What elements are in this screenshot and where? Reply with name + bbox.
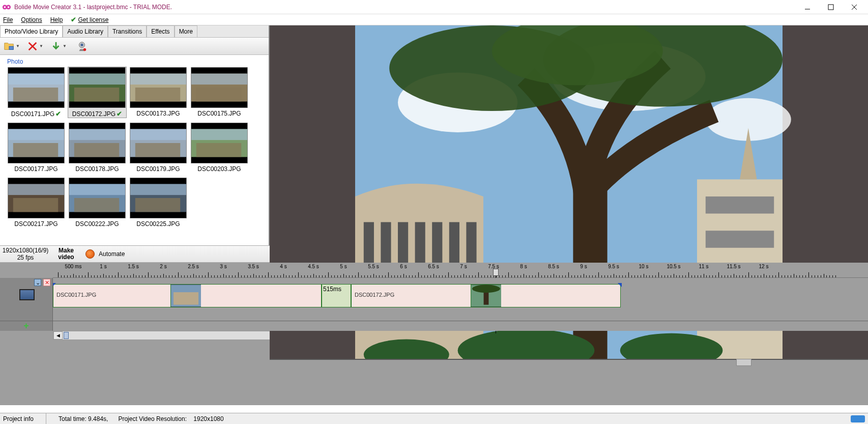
add-files-button[interactable]: ▼ [3,39,20,53]
svg-rect-45 [130,157,186,163]
chevron-down-icon: ▼ [39,44,43,48]
scroll-left-button[interactable]: ◀ [53,331,63,340]
library-thumbnail[interactable]: DSC00179.JPG [129,123,187,173]
thumbnail-label: DSC00203.JPG [197,165,241,173]
track-collapse-icon[interactable]: ⌄ [34,279,41,286]
timeline: 500 ms1 s1.5 s2 s2.5 s3 s3.5 s4 s4.5 s5 … [0,263,868,405]
seek-knob[interactable] [736,359,751,366]
svg-rect-55 [8,212,64,218]
library-thumbnail[interactable]: DSC00178.JPG [68,123,126,173]
maximize-button[interactable] [819,0,843,14]
svg-rect-33 [191,74,247,85]
menu-file[interactable]: File [3,16,13,23]
svg-rect-32 [196,88,241,102]
svg-point-2 [4,6,6,8]
thumbnail-image [8,123,65,163]
thumbnail-label: DSC00173.JPG [136,110,180,117]
remove-button[interactable]: ▼ [26,39,44,53]
video-track-header[interactable]: ⌄✕ [0,278,53,321]
thumbnail-image [8,67,65,108]
automate-button[interactable]: Automate [99,250,155,258]
svg-rect-58 [8,184,64,195]
svg-rect-28 [130,74,186,85]
library-thumbnail[interactable]: DSC00173.JPG [129,67,187,118]
svg-rect-57 [13,198,58,212]
ruler-tick-label: 11 s [699,264,709,269]
svg-rect-65 [130,212,186,218]
playhead-handle[interactable] [493,269,499,276]
svg-rect-5 [828,5,833,10]
library-thumbnail[interactable]: DSC00175.JPG [190,67,248,118]
svg-rect-15 [8,102,64,108]
ruler-tick-label: 12 s [759,264,769,269]
clip-start-handle[interactable] [53,283,56,287]
tab-photo-video-library[interactable]: Photo/Video Library [0,25,63,37]
preview-seek-bar[interactable] [270,359,868,360]
library-thumbnail[interactable]: DSC00222.JPG [68,178,126,228]
svg-rect-40 [69,157,125,163]
status-resolution: Project Video Resolution: 1920x1080 [118,415,223,422]
menu-options[interactable]: Options [21,16,42,23]
thumbnail-image [191,67,248,108]
svg-rect-86 [706,196,774,214]
ruler-tick-label: 9 s [580,264,587,269]
scroll-thumb[interactable] [64,332,69,339]
svg-point-3 [8,6,10,8]
svg-rect-29 [191,68,247,74]
svg-rect-8 [9,46,13,49]
timeline-clip-1[interactable]: DSC00171.JPG [53,284,322,307]
library-thumbnail[interactable]: DSC00217.JPG [7,178,65,228]
ruler-tick-label: 1 s [100,264,106,269]
tab-transitions[interactable]: Transitions [108,25,147,37]
video-track-body[interactable]: DSC00171.JPG 515ms DSC00172.JPG [53,278,868,321]
svg-rect-60 [69,212,125,218]
tab-more[interactable]: More [175,25,197,37]
menu-get-license[interactable]: ✔Get license [71,16,108,23]
section-label-photo: Photo [7,58,262,65]
thumbnail-label: DSC00179.JPG [136,165,180,173]
library-thumbnail[interactable]: DSC00203.JPG [190,123,248,173]
chevron-down-icon: ▼ [16,44,20,48]
thumbnail-image [130,178,187,218]
status-project-info[interactable]: Project info [3,415,34,422]
timeline-transition[interactable]: 515ms [322,284,351,307]
make-video-button[interactable]: Make video [51,247,81,261]
close-button[interactable] [843,0,866,14]
svg-rect-20 [69,102,125,108]
library-thumbnail[interactable]: DSC00171.JPG✔ [7,67,65,118]
svg-rect-49 [191,123,247,129]
ruler-tick-label: 11.5 s [727,264,740,269]
timeline-clip-2[interactable]: DSC00172.JPG [351,284,621,307]
add-track-button[interactable]: + [0,321,53,331]
window-title: Bolide Movie Creator 3.1 - lastproject.b… [14,4,796,11]
project-resolution[interactable]: 1920x1080(16/9)25 fps [0,247,51,262]
tab-effects[interactable]: Effects [147,25,174,37]
svg-rect-25 [130,102,186,108]
clip-thumbnail [170,285,201,307]
menu-help[interactable]: Help [50,16,63,23]
library-thumbnail[interactable]: DSC00177.JPG [7,123,65,173]
library-thumbnail[interactable]: DSC00225.JPG [129,178,187,228]
timeline-scrollbar[interactable]: ◀ ▶ [53,331,868,340]
thumbnail-label: DSC00178.JPG [75,165,119,173]
svg-rect-63 [69,184,125,195]
track-delete-icon[interactable]: ✕ [43,279,50,286]
svg-rect-38 [8,129,64,140]
ruler-tick-label: 2 s [160,264,166,269]
status-bar: Project info Total time: 9.484s, Project… [0,413,868,424]
tab-audio-library[interactable]: Audio Library [63,25,108,37]
minimize-button[interactable] [796,0,819,14]
ruler-tick-label: 10.5 s [667,264,680,269]
clip-end-handle[interactable] [618,283,622,287]
download-button[interactable]: ▼ [50,39,67,53]
svg-rect-87 [706,231,774,248]
library-body[interactable]: Photo DSC00171.JPG✔ DSC00172.JPG✔ DSC001… [0,55,269,245]
status-total-time: Total time: 9.484s, [59,415,108,422]
svg-rect-67 [135,198,180,212]
library-thumbnail[interactable]: DSC00172.JPG✔ [68,67,126,118]
record-button[interactable] [81,249,99,259]
webcam-button[interactable] [73,39,91,53]
timeline-ruler[interactable]: 500 ms1 s1.5 s2 s2.5 s3 s3.5 s4 s4.5 s5 … [53,263,868,278]
menu-bar: File Options Help ✔Get license [0,14,868,25]
plus-icon: + [23,321,29,331]
